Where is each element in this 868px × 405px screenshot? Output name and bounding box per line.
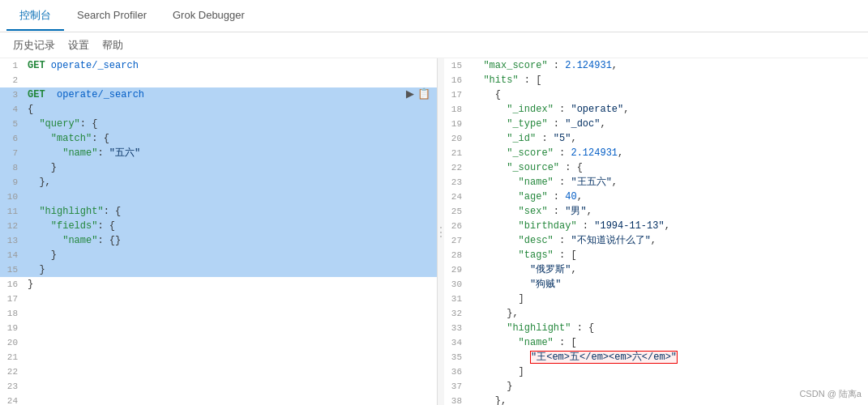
pane-divider[interactable]: ⋮ xyxy=(438,58,444,405)
line-content: } xyxy=(24,262,437,277)
run-button[interactable]: ▶ xyxy=(406,87,414,100)
result-line-23: 23 "name" : "王五六", xyxy=(444,175,868,190)
result-line-36: 36 ] xyxy=(444,364,868,379)
line-content: "birthday" : "1994-11-13", xyxy=(468,219,868,233)
line-number: 18 xyxy=(0,306,24,321)
line-content: "query": { xyxy=(24,117,437,131)
result-line-27: 27 "desc" : "不知道说什么了", xyxy=(444,233,868,248)
line-number: 38 xyxy=(444,394,468,405)
line-content: { xyxy=(468,87,868,102)
editor-line-4: 4 { xyxy=(0,102,437,117)
line-number: 14 xyxy=(0,248,24,262)
editor-line-5: 5 "query": { xyxy=(0,117,437,131)
left-editor-pane: 1 GET operate/_search 2 3 GET operate/_s… xyxy=(0,58,438,405)
main-area: 1 GET operate/_search 2 3 GET operate/_s… xyxy=(0,58,868,405)
editor-line-18: 18 xyxy=(0,306,437,321)
editor-line-19: 19 xyxy=(0,321,437,335)
line-content: } xyxy=(24,248,437,262)
line-number: 11 xyxy=(0,204,24,219)
editor-line-6: 6 "match": { xyxy=(0,131,437,146)
watermark: CSDN @ 陆离a xyxy=(799,388,862,400)
line-number: 15 xyxy=(444,58,468,73)
line-number: 34 xyxy=(444,335,468,350)
editor-line-23: 23 xyxy=(0,379,437,394)
line-number: 32 xyxy=(444,306,468,321)
line-number: 22 xyxy=(444,160,468,175)
line-content: "match": { xyxy=(24,131,437,146)
line-number: 23 xyxy=(0,379,24,394)
line-number: 2 xyxy=(0,73,24,87)
line-number: 9 xyxy=(0,175,24,190)
nav-history[interactable]: 历史记录 xyxy=(6,35,62,56)
line-content: }, xyxy=(24,175,437,190)
line-content: "狗贼" xyxy=(468,277,868,292)
editor-line-20: 20 xyxy=(0,335,437,350)
editor-line-10: 10 xyxy=(0,190,437,204)
editor-area[interactable]: 1 GET operate/_search 2 3 GET operate/_s… xyxy=(0,58,437,405)
line-content: "fields": { xyxy=(24,219,437,233)
result-line-29: 29 "俄罗斯", xyxy=(444,262,868,277)
line-content: "tags" : [ xyxy=(468,248,868,262)
line-content: "_source" : { xyxy=(468,160,868,175)
result-line-30: 30 "狗贼" xyxy=(444,277,868,292)
editor-line-16: 16 } xyxy=(0,277,437,292)
editor-line-3: 3 GET operate/_search ▶ 📋 xyxy=(0,87,437,102)
nav-settings[interactable]: 设置 xyxy=(62,35,96,56)
line-number: 18 xyxy=(444,102,468,117)
line-content: "name": {} xyxy=(24,233,437,248)
line-content: GET operate/_search xyxy=(24,58,437,73)
tab-console[interactable]: 控制台 xyxy=(6,2,64,31)
line-number: 26 xyxy=(444,219,468,233)
line-number: 7 xyxy=(0,146,24,160)
line-number: 30 xyxy=(444,277,468,292)
line-content: } xyxy=(24,277,437,292)
result-line-25: 25 "sex" : "男", xyxy=(444,204,868,219)
line-number: 36 xyxy=(444,364,468,379)
editor-line-11: 11 "highlight": { xyxy=(0,204,437,219)
line-number: 19 xyxy=(444,117,468,131)
line-content: ] xyxy=(468,364,868,379)
line-number: 17 xyxy=(0,292,24,306)
line-number: 12 xyxy=(0,219,24,233)
editor-line-9: 9 }, xyxy=(0,175,437,190)
result-line-18: 18 "_index" : "operate", xyxy=(444,102,868,117)
copy-button[interactable]: 📋 xyxy=(417,87,430,100)
line-content: "desc" : "不知道说什么了", xyxy=(468,233,868,248)
top-tab-bar: 控制台 Search Profiler Grok Debugger xyxy=(0,0,868,32)
editor-line-15: 15 } xyxy=(0,262,437,277)
editor-line-22: 22 xyxy=(0,364,437,379)
line-content: { xyxy=(24,102,437,117)
tab-search-profiler[interactable]: Search Profiler xyxy=(64,2,160,29)
line-number: 25 xyxy=(444,204,468,219)
line-number: 15 xyxy=(0,262,24,277)
line-content: "sex" : "男", xyxy=(468,204,868,219)
line-number: 8 xyxy=(0,160,24,175)
editor-line-2: 2 xyxy=(0,73,437,87)
right-results-pane[interactable]: 15 "max_score" : 2.124931, 16 "hits" : [… xyxy=(444,58,868,405)
line-number: 21 xyxy=(0,350,24,364)
line-number: 24 xyxy=(444,190,468,204)
line-number: 20 xyxy=(0,335,24,350)
result-line-21: 21 "_score" : 2.124931, xyxy=(444,146,868,160)
line-number: 31 xyxy=(444,292,468,306)
tab-grok-debugger[interactable]: Grok Debugger xyxy=(160,2,258,29)
line-number: 6 xyxy=(0,131,24,146)
line-content: "name" : [ xyxy=(468,335,868,350)
result-line-33: 33 "highlight" : { xyxy=(444,321,868,335)
result-line-16: 16 "hits" : [ xyxy=(444,73,868,87)
line-number: 35 xyxy=(444,350,468,364)
line-content: "max_score" : 2.124931, xyxy=(468,58,868,73)
editor-line-12: 12 "fields": { xyxy=(0,219,437,233)
line-number: 13 xyxy=(0,233,24,248)
line-content: "hits" : [ xyxy=(468,73,868,87)
editor-line-1: 1 GET operate/_search xyxy=(0,58,437,73)
line-number: 5 xyxy=(0,117,24,131)
line-content: "_score" : 2.124931, xyxy=(468,146,868,160)
nav-help[interactable]: 帮助 xyxy=(96,35,130,56)
line-content: } xyxy=(24,160,437,175)
line-content: "俄罗斯", xyxy=(468,262,868,277)
line-number: 20 xyxy=(444,131,468,146)
result-line-28: 28 "tags" : [ xyxy=(444,248,868,262)
editor-line-8: 8 } xyxy=(0,160,437,175)
highlight-value: "王<em>五</em><em>六</em>" xyxy=(530,351,678,364)
